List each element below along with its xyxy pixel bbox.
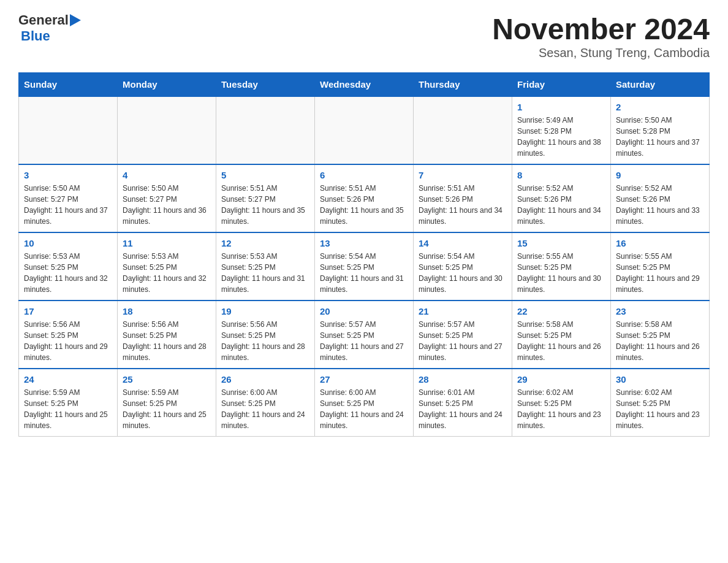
day-info: Sunrise: 5:56 AM Sunset: 5:25 PM Dayligh…	[221, 319, 309, 363]
day-info: Sunrise: 5:53 AM Sunset: 5:25 PM Dayligh…	[221, 251, 309, 295]
calendar-day-cell: 21Sunrise: 5:57 AM Sunset: 5:25 PM Dayli…	[414, 301, 512, 369]
calendar-day-cell: 8Sunrise: 5:52 AM Sunset: 5:26 PM Daylig…	[512, 164, 611, 232]
day-number: 27	[320, 374, 408, 385]
day-info: Sunrise: 5:55 AM Sunset: 5:25 PM Dayligh…	[616, 251, 704, 295]
calendar-table: SundayMondayTuesdayWednesdayThursdayFrid…	[18, 72, 710, 437]
weekday-header: Thursday	[414, 73, 512, 97]
day-number: 18	[123, 306, 211, 316]
logo-general: General	[18, 12, 69, 28]
day-info: Sunrise: 5:54 AM Sunset: 5:25 PM Dayligh…	[419, 251, 507, 295]
calendar-day-cell: 29Sunrise: 6:02 AM Sunset: 5:25 PM Dayli…	[512, 369, 611, 437]
day-number: 19	[221, 306, 309, 316]
calendar-day-cell: 25Sunrise: 5:59 AM Sunset: 5:25 PM Dayli…	[118, 369, 216, 437]
day-info: Sunrise: 5:50 AM Sunset: 5:28 PM Dayligh…	[616, 115, 704, 159]
day-info: Sunrise: 5:51 AM Sunset: 5:27 PM Dayligh…	[221, 183, 309, 227]
day-number: 21	[419, 306, 507, 316]
calendar-day-cell: 14Sunrise: 5:54 AM Sunset: 5:25 PM Dayli…	[414, 232, 512, 301]
calendar-day-cell: 18Sunrise: 5:56 AM Sunset: 5:25 PM Dayli…	[118, 301, 216, 369]
day-number: 26	[221, 374, 309, 385]
day-number: 24	[24, 374, 112, 385]
day-info: Sunrise: 5:51 AM Sunset: 5:26 PM Dayligh…	[320, 183, 408, 227]
calendar-day-cell: 17Sunrise: 5:56 AM Sunset: 5:25 PM Dayli…	[19, 301, 118, 369]
day-info: Sunrise: 5:57 AM Sunset: 5:25 PM Dayligh…	[320, 319, 408, 363]
day-info: Sunrise: 5:59 AM Sunset: 5:25 PM Dayligh…	[123, 387, 211, 431]
day-info: Sunrise: 5:58 AM Sunset: 5:25 PM Dayligh…	[517, 319, 605, 363]
calendar-day-cell: 22Sunrise: 5:58 AM Sunset: 5:25 PM Dayli…	[512, 301, 611, 369]
calendar-day-cell	[216, 96, 315, 164]
weekday-header: Sunday	[19, 73, 118, 97]
day-number: 23	[616, 306, 704, 316]
day-number: 11	[123, 238, 211, 248]
calendar-day-cell: 15Sunrise: 5:55 AM Sunset: 5:25 PM Dayli…	[512, 232, 611, 301]
day-number: 5	[221, 170, 309, 180]
day-number: 28	[419, 374, 507, 385]
day-info: Sunrise: 5:49 AM Sunset: 5:28 PM Dayligh…	[517, 115, 605, 159]
day-info: Sunrise: 6:01 AM Sunset: 5:25 PM Dayligh…	[419, 387, 507, 431]
day-info: Sunrise: 6:00 AM Sunset: 5:25 PM Dayligh…	[221, 387, 309, 431]
day-info: Sunrise: 5:53 AM Sunset: 5:25 PM Dayligh…	[123, 251, 211, 295]
day-number: 25	[123, 374, 211, 385]
day-info: Sunrise: 5:50 AM Sunset: 5:27 PM Dayligh…	[123, 183, 211, 227]
day-number: 10	[24, 238, 112, 248]
svg-marker-0	[70, 14, 81, 26]
day-info: Sunrise: 5:54 AM Sunset: 5:25 PM Dayligh…	[320, 251, 408, 295]
day-number: 8	[517, 170, 605, 180]
weekday-header: Tuesday	[216, 73, 315, 97]
day-info: Sunrise: 5:56 AM Sunset: 5:25 PM Dayligh…	[24, 319, 112, 363]
weekday-header: Monday	[118, 73, 216, 97]
day-info: Sunrise: 5:50 AM Sunset: 5:27 PM Dayligh…	[24, 183, 112, 227]
day-number: 2	[616, 102, 704, 112]
calendar-day-cell: 20Sunrise: 5:57 AM Sunset: 5:25 PM Dayli…	[315, 301, 414, 369]
calendar-day-cell: 24Sunrise: 5:59 AM Sunset: 5:25 PM Dayli…	[19, 369, 118, 437]
day-number: 16	[616, 238, 704, 248]
day-info: Sunrise: 5:58 AM Sunset: 5:25 PM Dayligh…	[616, 319, 704, 363]
calendar-week-row: 10Sunrise: 5:53 AM Sunset: 5:25 PM Dayli…	[19, 232, 710, 301]
calendar-day-cell: 12Sunrise: 5:53 AM Sunset: 5:25 PM Dayli…	[216, 232, 315, 301]
logo: General Blue	[18, 12, 81, 44]
calendar-day-cell: 19Sunrise: 5:56 AM Sunset: 5:25 PM Dayli…	[216, 301, 315, 369]
calendar-day-cell: 13Sunrise: 5:54 AM Sunset: 5:25 PM Dayli…	[315, 232, 414, 301]
title-block: November 2024 Sesan, Stung Treng, Cambod…	[492, 12, 710, 60]
day-info: Sunrise: 5:59 AM Sunset: 5:25 PM Dayligh…	[24, 387, 112, 431]
logo-blue: Blue	[21, 28, 50, 44]
calendar-day-cell: 4Sunrise: 5:50 AM Sunset: 5:27 PM Daylig…	[118, 164, 216, 232]
calendar-title: November 2024	[492, 12, 710, 46]
calendar-week-row: 24Sunrise: 5:59 AM Sunset: 5:25 PM Dayli…	[19, 369, 710, 437]
day-info: Sunrise: 5:51 AM Sunset: 5:26 PM Dayligh…	[419, 183, 507, 227]
calendar-day-cell: 27Sunrise: 6:00 AM Sunset: 5:25 PM Dayli…	[315, 369, 414, 437]
calendar-day-cell: 28Sunrise: 6:01 AM Sunset: 5:25 PM Dayli…	[414, 369, 512, 437]
day-number: 13	[320, 238, 408, 248]
calendar-week-row: 3Sunrise: 5:50 AM Sunset: 5:27 PM Daylig…	[19, 164, 710, 232]
calendar-day-cell: 9Sunrise: 5:52 AM Sunset: 5:26 PM Daylig…	[611, 164, 710, 232]
day-number: 1	[517, 102, 605, 112]
day-number: 22	[517, 306, 605, 316]
day-info: Sunrise: 5:53 AM Sunset: 5:25 PM Dayligh…	[24, 251, 112, 295]
day-info: Sunrise: 6:02 AM Sunset: 5:25 PM Dayligh…	[616, 387, 704, 431]
day-number: 30	[616, 374, 704, 385]
calendar-header-row: SundayMondayTuesdayWednesdayThursdayFrid…	[19, 73, 710, 97]
day-number: 7	[419, 170, 507, 180]
calendar-subtitle: Sesan, Stung Treng, Cambodia	[492, 46, 710, 60]
calendar-day-cell	[118, 96, 216, 164]
day-info: Sunrise: 5:55 AM Sunset: 5:25 PM Dayligh…	[517, 251, 605, 295]
calendar-day-cell: 1Sunrise: 5:49 AM Sunset: 5:28 PM Daylig…	[512, 96, 611, 164]
day-info: Sunrise: 5:52 AM Sunset: 5:26 PM Dayligh…	[616, 183, 704, 227]
calendar-day-cell: 30Sunrise: 6:02 AM Sunset: 5:25 PM Dayli…	[611, 369, 710, 437]
calendar-day-cell	[19, 96, 118, 164]
day-info: Sunrise: 5:52 AM Sunset: 5:26 PM Dayligh…	[517, 183, 605, 227]
day-number: 3	[24, 170, 112, 180]
day-number: 9	[616, 170, 704, 180]
calendar-day-cell: 5Sunrise: 5:51 AM Sunset: 5:27 PM Daylig…	[216, 164, 315, 232]
calendar-day-cell	[315, 96, 414, 164]
day-number: 4	[123, 170, 211, 180]
calendar-day-cell: 23Sunrise: 5:58 AM Sunset: 5:25 PM Dayli…	[611, 301, 710, 369]
calendar-week-row: 1Sunrise: 5:49 AM Sunset: 5:28 PM Daylig…	[19, 96, 710, 164]
weekday-header: Friday	[512, 73, 611, 97]
day-info: Sunrise: 5:56 AM Sunset: 5:25 PM Dayligh…	[123, 319, 211, 363]
calendar-day-cell: 2Sunrise: 5:50 AM Sunset: 5:28 PM Daylig…	[611, 96, 710, 164]
logo-arrow-icon	[70, 14, 81, 26]
day-info: Sunrise: 6:00 AM Sunset: 5:25 PM Dayligh…	[320, 387, 408, 431]
calendar-day-cell: 7Sunrise: 5:51 AM Sunset: 5:26 PM Daylig…	[414, 164, 512, 232]
weekday-header: Saturday	[611, 73, 710, 97]
day-number: 14	[419, 238, 507, 248]
